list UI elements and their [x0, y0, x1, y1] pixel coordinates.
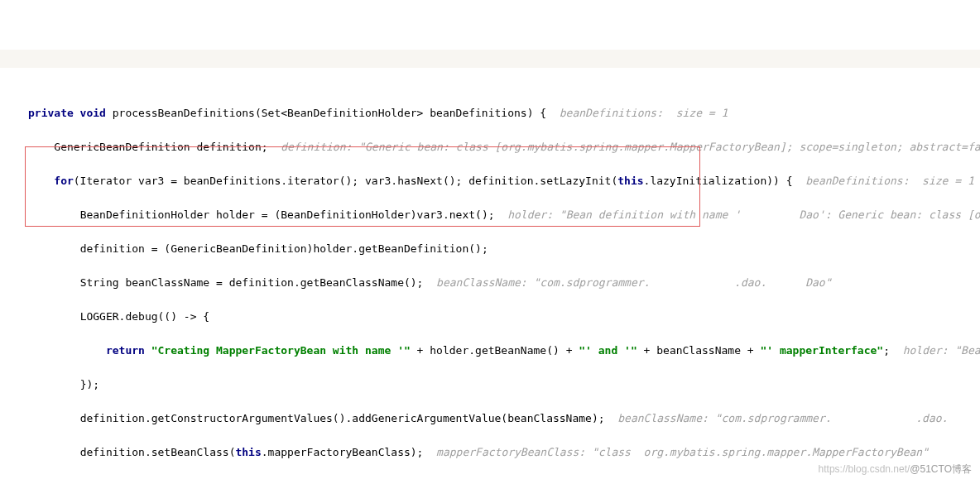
code-line-7[interactable]: LOGGER.debug(() -> { [0, 309, 980, 326]
code-line-2[interactable]: GenericBeanDefinition definition; defini… [0, 139, 980, 156]
code-line-4[interactable]: BeanDefinitionHolder holder = (BeanDefin… [0, 207, 980, 224]
string-literal: "Creating MapperFactoryBean with name '" [151, 344, 411, 357]
string-literal: "' mapperInterface" [760, 344, 883, 357]
keyword: private void [28, 107, 113, 119]
code-line-9[interactable]: }); [0, 376, 980, 394]
inlay-hint: holder: "Bean definition with name ' Dao… [507, 208, 980, 221]
line-shade [0, 50, 980, 68]
inlay-hint: mapperFactoryBeanClass: "class org.mybat… [436, 446, 929, 458]
code-line-3[interactable]: for(Iterator var3 = beanDefinitions.iter… [0, 173, 980, 190]
keyword: for [54, 175, 73, 187]
inlay-hint: beanClassName: "com.sdprogrammer. .dao. … [617, 412, 980, 424]
code-line-11[interactable]: definition.setBeanClass(this.mapperFacto… [0, 444, 980, 462]
watermark: https://blog.csdn.net/@51CTO博客 [819, 461, 972, 478]
this-keyword: this [617, 175, 643, 187]
inlay-hint: definition: "Generic bean: class [org.my… [281, 141, 980, 153]
inlay-hint: beanDefinitions: size = 1 [560, 107, 728, 119]
inlay-hint: holder: "Bean d [903, 344, 980, 357]
code-line-1[interactable]: private void processBeanDefinitions(Set<… [0, 105, 980, 122]
code-line-8[interactable]: return "Creating MapperFactoryBean with … [0, 342, 980, 360]
code-line-5[interactable]: definition = (GenericBeanDefinition)hold… [0, 241, 980, 258]
inlay-hint: beanClassName: "com.sdprogrammer. .dao. … [436, 276, 831, 289]
code-line-6[interactable]: String beanClassName = definition.getBea… [0, 275, 980, 292]
code-line-10[interactable]: definition.getConstructorArgumentValues(… [0, 410, 980, 428]
keyword: return [106, 344, 151, 357]
string-literal: "' and '" [579, 344, 637, 357]
this-keyword: this [235, 446, 261, 458]
inlay-hint: beanDefinitions: size = 1 l [805, 175, 980, 187]
